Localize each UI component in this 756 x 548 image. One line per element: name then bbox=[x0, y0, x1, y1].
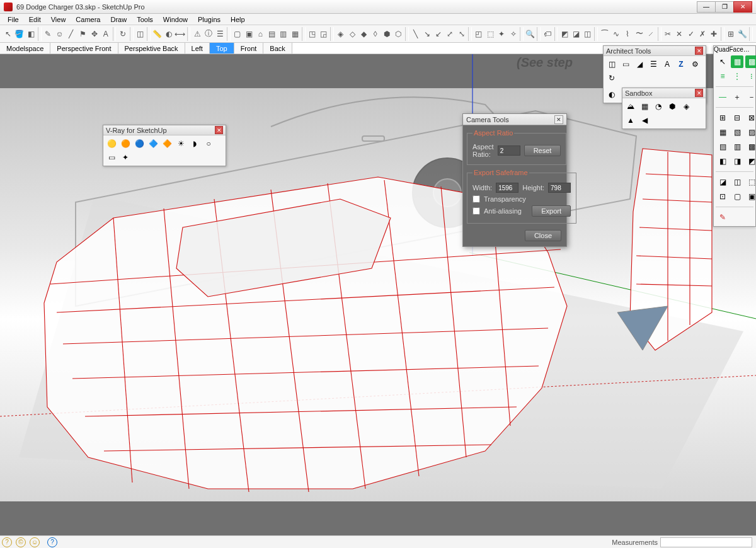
menu-tools[interactable]: Tools bbox=[132, 14, 158, 25]
palette-architect-header[interactable]: Architect Tools ✕ bbox=[604, 46, 706, 56]
qf-select-icon[interactable]: ↖ bbox=[716, 55, 729, 68]
qf-bw3-icon[interactable]: ⬚ bbox=[745, 176, 756, 188]
qf-bw1-icon[interactable]: ◪ bbox=[716, 176, 729, 188]
sandbox-stamp-icon[interactable]: ⬢ bbox=[666, 100, 679, 113]
qf-bw5-icon[interactable]: ▢ bbox=[731, 190, 743, 203]
arrow-icon[interactable]: ↖ bbox=[3, 28, 13, 40]
arch-tool9-icon[interactable]: ◐ bbox=[605, 88, 618, 101]
draw2-icon[interactable]: ↘ bbox=[421, 28, 432, 40]
checkbox-transparency[interactable] bbox=[472, 195, 480, 203]
input-height[interactable] bbox=[548, 183, 571, 193]
comp1-icon[interactable]: ◩ bbox=[559, 28, 570, 40]
arch-tool7-icon[interactable]: ⚙ bbox=[689, 58, 701, 71]
pencil-icon[interactable]: ✎ bbox=[43, 28, 54, 40]
zoom-icon[interactable]: 🔍 bbox=[525, 28, 536, 40]
edit3-icon[interactable]: ✓ bbox=[685, 28, 696, 40]
qf-shrink-icon[interactable]: ▩ bbox=[745, 55, 756, 68]
close-dialog-button[interactable]: Close bbox=[525, 230, 561, 241]
status-help-icon[interactable]: ? bbox=[47, 537, 57, 547]
maximize-button[interactable]: ❐ bbox=[715, 1, 734, 13]
menu-file[interactable]: File bbox=[3, 14, 24, 25]
curve4-icon[interactable]: 〜 bbox=[634, 28, 644, 40]
vray-sun-icon[interactable]: ☀ bbox=[175, 137, 187, 150]
qf-g11-icon[interactable]: ◨ bbox=[731, 155, 743, 168]
paint-icon[interactable]: 🪣 bbox=[14, 28, 25, 40]
qf-g8-icon[interactable]: ▥ bbox=[731, 140, 743, 153]
arch-roof-icon[interactable]: ◢ bbox=[633, 58, 646, 71]
qf-pen-icon[interactable]: ✎ bbox=[716, 211, 729, 224]
move-icon[interactable]: ✥ bbox=[89, 28, 100, 40]
qf-ring-icon[interactable]: ≡ bbox=[716, 70, 729, 83]
sandbox-drape-icon[interactable]: ◈ bbox=[680, 100, 692, 113]
reset-button[interactable]: Reset bbox=[524, 145, 561, 156]
palette-quadface[interactable]: QuadFace… ↖ ▦ ▩ ≡ ⋮ ⫶ — ＋ － ⊞ ⊟ ⊠ ▦ ▧ ▨ … bbox=[713, 45, 756, 227]
palette-sandbox-header[interactable]: Sandbox ✕ bbox=[622, 88, 706, 98]
grid-icon[interactable]: ⊞ bbox=[726, 28, 736, 40]
scene-tab-perspective-back[interactable]: Perspektive Back bbox=[118, 43, 185, 54]
palette-sandbox-close-icon[interactable]: ✕ bbox=[695, 89, 703, 97]
qf-g6-icon[interactable]: ▨ bbox=[745, 126, 756, 139]
line-icon[interactable]: ╱ bbox=[66, 28, 76, 40]
menu-plugins[interactable]: Plugins bbox=[193, 14, 226, 25]
text-icon[interactable]: A bbox=[100, 28, 111, 40]
geo2-icon[interactable]: ◇ bbox=[346, 28, 357, 40]
arch-tool8-icon[interactable]: ↻ bbox=[605, 72, 618, 84]
scene-tab-back[interactable]: Back bbox=[263, 43, 292, 54]
sel1-icon[interactable]: ◰ bbox=[473, 28, 484, 40]
qf-g9-icon[interactable]: ▩ bbox=[745, 140, 756, 153]
protractor-icon[interactable]: ◐ bbox=[163, 28, 174, 40]
menu-help[interactable]: Help bbox=[226, 14, 250, 25]
qf-loop2-icon[interactable]: ⫶ bbox=[745, 70, 756, 83]
sandbox-contours-icon[interactable]: ⛰ bbox=[624, 100, 637, 113]
draw1-icon[interactable]: ╲ bbox=[410, 28, 421, 40]
tag-icon[interactable]: ⚑ bbox=[77, 28, 88, 40]
sandbox-smoove-icon[interactable]: ◔ bbox=[652, 100, 665, 113]
palette-sandbox[interactable]: Sandbox ✕ ⛰ ▦ ◔ ⬢ ◈ ▲ ◀ bbox=[622, 88, 706, 129]
draw3-icon[interactable]: ↙ bbox=[433, 28, 444, 40]
checkbox-antialiasing[interactable] bbox=[472, 207, 480, 215]
dialog-camera-tools[interactable]: Camera Tools ✕ Aspect Ratio Aspect Ratio… bbox=[462, 113, 567, 247]
person-icon[interactable]: ☺ bbox=[54, 28, 65, 40]
vray-material-icon[interactable]: 🟡 bbox=[105, 137, 118, 150]
status-signin-icon[interactable]: ☺ bbox=[30, 537, 40, 547]
qf-g12-icon[interactable]: ◩ bbox=[745, 155, 756, 168]
edit5-icon[interactable]: ✚ bbox=[709, 28, 719, 40]
wrench-icon[interactable]: 🔧 bbox=[737, 28, 748, 40]
qf-dash-icon[interactable]: — bbox=[716, 91, 729, 103]
cube4-icon[interactable]: ▥ bbox=[278, 28, 289, 40]
menu-draw[interactable]: Draw bbox=[105, 14, 132, 25]
measurements-input[interactable] bbox=[660, 537, 752, 547]
status-credits-icon[interactable]: © bbox=[16, 537, 26, 547]
palette-quadface-header[interactable]: QuadFace… bbox=[714, 46, 755, 53]
qf-g7-icon[interactable]: ▤ bbox=[716, 140, 729, 153]
qf-plus-icon[interactable]: ＋ bbox=[731, 91, 743, 103]
dialog-camera-tools-header[interactable]: Camera Tools ✕ bbox=[463, 114, 566, 125]
vray-sphere-icon[interactable]: ○ bbox=[202, 137, 215, 150]
edit2-icon[interactable]: ✕ bbox=[674, 28, 685, 40]
layers-icon[interactable]: ☰ bbox=[215, 28, 226, 40]
box2-icon[interactable]: ◲ bbox=[318, 28, 329, 40]
scene-tab-modelspace[interactable]: Modelspace bbox=[0, 43, 50, 54]
geo6-icon[interactable]: ⬡ bbox=[393, 28, 404, 40]
geo1-icon[interactable]: ◈ bbox=[335, 28, 346, 40]
tape-icon[interactable]: 📏 bbox=[152, 28, 163, 40]
sandbox-flip-icon[interactable]: ◀ bbox=[638, 114, 651, 127]
qf-minusicon[interactable]: － bbox=[745, 91, 756, 103]
palette-architect-close-icon[interactable]: ✕ bbox=[695, 47, 703, 55]
curve1-icon[interactable]: ⁀ bbox=[599, 28, 610, 40]
qf-grow-icon[interactable]: ▦ bbox=[731, 55, 743, 68]
cube3-icon[interactable]: ▤ bbox=[266, 28, 277, 40]
minimize-button[interactable]: — bbox=[697, 1, 716, 13]
curve2-icon[interactable]: ∿ bbox=[610, 28, 621, 40]
dialog-camera-tools-close-icon[interactable]: ✕ bbox=[554, 115, 563, 124]
warning-icon[interactable]: ⚠ bbox=[192, 28, 202, 40]
draw5-icon[interactable]: ⤡ bbox=[456, 28, 467, 40]
geo4-icon[interactable]: ◊ bbox=[370, 28, 381, 40]
sel4-icon[interactable]: ✧ bbox=[508, 28, 518, 40]
cube2-icon[interactable]: ▣ bbox=[243, 28, 254, 40]
vray-plane-icon[interactable]: ▭ bbox=[105, 151, 118, 164]
qf-loop-icon[interactable]: ⋮ bbox=[731, 70, 743, 83]
close-button[interactable]: ✕ bbox=[733, 1, 752, 13]
sel3-icon[interactable]: ✦ bbox=[496, 28, 507, 40]
tag2-icon[interactable]: 🏷 bbox=[542, 28, 553, 40]
